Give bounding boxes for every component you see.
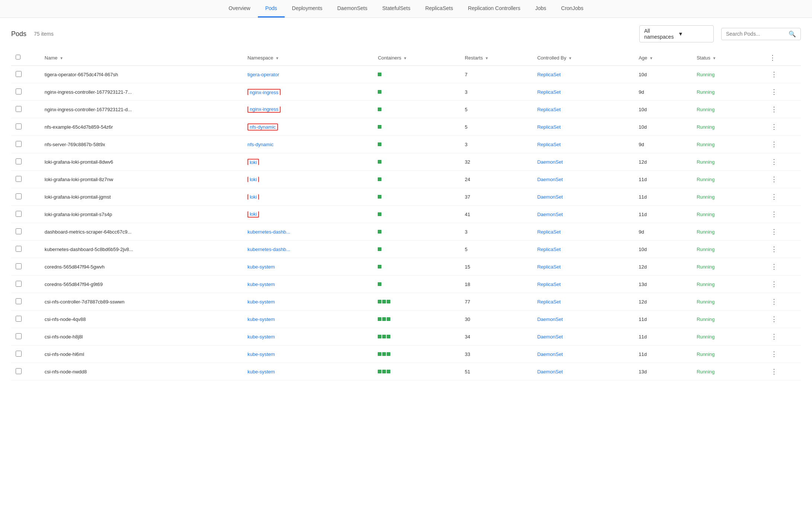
pod-namespace[interactable]: kube-system bbox=[243, 276, 373, 293]
pod-actions[interactable]: ⋮ bbox=[765, 311, 801, 328]
namespace-link[interactable]: kubernetes-dashb... bbox=[247, 247, 290, 252]
more-button[interactable]: ⋮ bbox=[769, 279, 779, 289]
pod-controlled-by[interactable]: ReplicaSet bbox=[533, 258, 634, 276]
namespace-link[interactable]: kube-system bbox=[247, 351, 275, 357]
pod-namespace[interactable]: kube-system bbox=[243, 258, 373, 276]
namespace-link[interactable]: nfs-dynamic bbox=[247, 142, 274, 147]
namespace-link[interactable]: nginx-ingress bbox=[247, 106, 281, 113]
controlled-by-link[interactable]: DaemonSet bbox=[537, 159, 563, 165]
controlled-by-link[interactable]: DaemonSet bbox=[537, 316, 563, 322]
pod-controlled-by[interactable]: ReplicaSet bbox=[533, 223, 634, 241]
pod-controlled-by[interactable]: ReplicaSet bbox=[533, 293, 634, 311]
pod-actions[interactable]: ⋮ bbox=[765, 118, 801, 136]
select-all-header[interactable] bbox=[11, 50, 40, 66]
pod-controlled-by[interactable]: DaemonSet bbox=[533, 311, 634, 328]
pod-actions[interactable]: ⋮ bbox=[765, 241, 801, 258]
row-checkbox[interactable] bbox=[16, 89, 22, 94]
nav-tab-overview[interactable]: Overview bbox=[221, 0, 258, 17]
nav-tab-cronjobs[interactable]: CronJobs bbox=[554, 0, 591, 17]
pod-controlled-by[interactable]: DaemonSet bbox=[533, 188, 634, 206]
row-checkbox[interactable] bbox=[16, 281, 22, 287]
more-button[interactable]: ⋮ bbox=[769, 174, 779, 184]
pod-namespace[interactable]: nginx-ingress bbox=[243, 83, 373, 101]
row-checkbox[interactable] bbox=[16, 316, 22, 322]
namespace-link[interactable]: kube-system bbox=[247, 316, 275, 322]
pod-actions[interactable]: ⋮ bbox=[765, 171, 801, 188]
row-checkbox[interactable] bbox=[16, 158, 22, 164]
row-checkbox[interactable] bbox=[16, 106, 22, 112]
controlled-by-link[interactable]: ReplicaSet bbox=[537, 124, 561, 130]
pod-actions[interactable]: ⋮ bbox=[765, 188, 801, 206]
controlled-by-link[interactable]: ReplicaSet bbox=[537, 282, 561, 287]
col-header-namespace[interactable]: Namespace ▼ bbox=[243, 50, 373, 66]
row-checkbox[interactable] bbox=[16, 71, 22, 77]
namespace-link[interactable]: kube-system bbox=[247, 334, 275, 340]
row-checkbox[interactable] bbox=[16, 351, 22, 357]
pod-namespace[interactable]: kube-system bbox=[243, 311, 373, 328]
pod-namespace[interactable]: loki bbox=[243, 188, 373, 206]
more-button[interactable]: ⋮ bbox=[769, 105, 779, 114]
controlled-by-link[interactable]: ReplicaSet bbox=[537, 229, 561, 235]
controlled-by-link[interactable]: DaemonSet bbox=[537, 212, 563, 217]
pod-controlled-by[interactable]: ReplicaSet bbox=[533, 241, 634, 258]
search-input[interactable] bbox=[726, 31, 786, 37]
more-button[interactable]: ⋮ bbox=[769, 332, 779, 341]
more-button[interactable]: ⋮ bbox=[769, 157, 779, 167]
controlled-by-link[interactable]: DaemonSet bbox=[537, 177, 563, 182]
more-button[interactable]: ⋮ bbox=[769, 122, 779, 132]
namespace-link[interactable]: loki bbox=[247, 159, 259, 165]
row-checkbox[interactable] bbox=[16, 246, 22, 252]
pod-controlled-by[interactable]: ReplicaSet bbox=[533, 276, 634, 293]
row-checkbox[interactable] bbox=[16, 333, 22, 339]
pod-actions[interactable]: ⋮ bbox=[765, 223, 801, 241]
controlled-by-link[interactable]: DaemonSet bbox=[537, 369, 563, 375]
nav-tab-daemonsets[interactable]: DaemonSets bbox=[330, 0, 375, 17]
pod-actions[interactable]: ⋮ bbox=[765, 153, 801, 171]
nav-tab-pods[interactable]: Pods bbox=[258, 0, 285, 17]
pod-actions[interactable]: ⋮ bbox=[765, 258, 801, 276]
more-button[interactable]: ⋮ bbox=[769, 349, 779, 359]
more-button[interactable]: ⋮ bbox=[769, 70, 779, 79]
col-header-name[interactable]: Name ▼ bbox=[40, 50, 243, 66]
nav-tab-replication-controllers[interactable]: Replication Controllers bbox=[460, 0, 528, 17]
more-button[interactable]: ⋮ bbox=[769, 209, 779, 219]
namespace-link[interactable]: loki bbox=[247, 177, 259, 182]
controlled-by-link[interactable]: ReplicaSet bbox=[537, 264, 561, 270]
namespace-link[interactable]: tigera-operator bbox=[247, 72, 279, 77]
select-all-checkbox[interactable] bbox=[16, 55, 20, 60]
pod-controlled-by[interactable]: ReplicaSet bbox=[533, 101, 634, 118]
nav-tab-statefulsets[interactable]: StatefulSets bbox=[375, 0, 418, 17]
controlled-by-link[interactable]: ReplicaSet bbox=[537, 299, 561, 305]
nav-tab-deployments[interactable]: Deployments bbox=[285, 0, 330, 17]
col-header-age[interactable]: Age ▼ bbox=[634, 50, 692, 66]
pod-actions[interactable]: ⋮ bbox=[765, 101, 801, 118]
pod-actions[interactable]: ⋮ bbox=[765, 293, 801, 311]
pod-actions[interactable]: ⋮ bbox=[765, 66, 801, 83]
namespace-link[interactable]: kube-system bbox=[247, 264, 275, 270]
namespace-link[interactable]: kube-system bbox=[247, 282, 275, 287]
pod-controlled-by[interactable]: DaemonSet bbox=[533, 346, 634, 363]
row-checkbox[interactable] bbox=[16, 141, 22, 147]
pod-namespace[interactable]: kubernetes-dashb... bbox=[243, 241, 373, 258]
nav-tab-replicasets[interactable]: ReplicaSets bbox=[418, 0, 461, 17]
pod-namespace[interactable]: nfs-dynamic bbox=[243, 136, 373, 153]
controlled-by-link[interactable]: DaemonSet bbox=[537, 194, 563, 200]
namespace-selector[interactable]: All namespaces ▼ bbox=[639, 25, 714, 42]
pod-controlled-by[interactable]: DaemonSet bbox=[533, 328, 634, 346]
controlled-by-link[interactable]: ReplicaSet bbox=[537, 72, 561, 77]
pod-controlled-by[interactable]: DaemonSet bbox=[533, 153, 634, 171]
pod-namespace[interactable]: loki bbox=[243, 153, 373, 171]
controlled-by-link[interactable]: ReplicaSet bbox=[537, 142, 561, 147]
pod-actions[interactable]: ⋮ bbox=[765, 83, 801, 101]
more-button[interactable]: ⋮ bbox=[769, 244, 779, 254]
namespace-link[interactable]: kube-system bbox=[247, 369, 275, 375]
pod-namespace[interactable]: kube-system bbox=[243, 346, 373, 363]
pod-controlled-by[interactable]: ReplicaSet bbox=[533, 66, 634, 83]
more-button[interactable]: ⋮ bbox=[769, 262, 779, 271]
row-checkbox[interactable] bbox=[16, 298, 22, 304]
col-header-restarts[interactable]: Restarts ▼ bbox=[460, 50, 533, 66]
pod-namespace[interactable]: tigera-operator bbox=[243, 66, 373, 83]
controlled-by-link[interactable]: DaemonSet bbox=[537, 334, 563, 340]
namespace-link[interactable]: nginx-ingress bbox=[247, 89, 281, 95]
pod-actions[interactable]: ⋮ bbox=[765, 276, 801, 293]
